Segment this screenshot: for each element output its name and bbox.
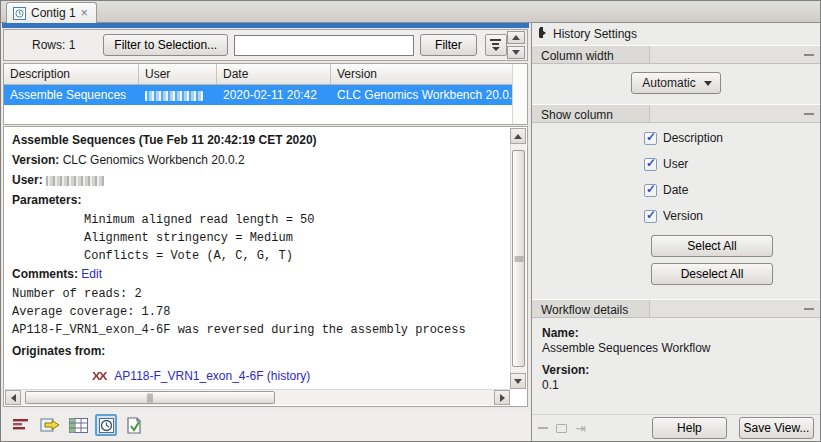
side-panel-title: History Settings <box>553 27 637 41</box>
show-column-body: Description User Date Version Select All… <box>532 123 820 299</box>
parameter-line: Conflicts = Vote (A, C, G, T) <box>84 249 502 264</box>
export-history-icon[interactable] <box>39 414 61 436</box>
parameters-label: Parameters: <box>12 193 502 208</box>
table-view-icon[interactable] <box>67 414 89 436</box>
help-button[interactable]: Help <box>652 417 727 439</box>
group-header-column-width[interactable]: Column width <box>532 45 820 64</box>
tab-strip: Contig 1 × <box>1 1 820 23</box>
minimize-icon[interactable] <box>798 300 820 317</box>
column-width-dropdown[interactable]: Automatic <box>631 72 720 94</box>
workflow-name-label: Name: <box>542 326 810 340</box>
horizontal-scrollbar[interactable] <box>5 389 510 405</box>
view-mode-toolbar <box>1 409 531 441</box>
chevron-down-icon <box>704 81 712 86</box>
history-view-icon[interactable] <box>95 414 117 436</box>
workflow-version-value: 0.1 <box>542 378 810 392</box>
close-icon[interactable]: × <box>81 8 88 18</box>
side-panel-bottom-bar: ⇥ Help Save View... <box>532 414 820 441</box>
horizontal-scrollbar-thumb[interactable] <box>25 391 275 404</box>
group-label: Show column <box>532 105 650 122</box>
checkbox-user[interactable] <box>644 158 657 171</box>
history-clock-icon <box>13 7 26 20</box>
parameter-line: Alignment stringency = Medium <box>84 231 502 246</box>
scroll-up-icon[interactable] <box>510 128 526 144</box>
history-detail-panel: Assemble Sequences (Tue Feb 11 20:42:19 … <box>3 126 528 407</box>
history-table: Description User Date Version Assemble S… <box>3 63 528 125</box>
checkbox-row-description[interactable]: Description <box>644 131 820 145</box>
checkbox-date[interactable] <box>644 184 657 197</box>
checkbox-label: Version <box>663 209 703 223</box>
filter-to-selection-button[interactable]: Filter to Selection... <box>103 34 228 56</box>
workflow-version-label: Version: <box>542 363 810 377</box>
user-value-redacted <box>46 176 104 186</box>
collapse-down-icon[interactable] <box>507 46 525 59</box>
checkbox-row-user[interactable]: User <box>644 157 820 171</box>
comments-line: Comments: Edit <box>12 267 502 282</box>
filter-button[interactable]: Filter <box>420 34 477 56</box>
history-detail-content: Assemble Sequences (Tue Feb 11 20:42:19 … <box>4 127 510 389</box>
group-header-workflow-details[interactable]: Workflow details <box>532 299 820 318</box>
edit-comments-link[interactable]: Edit <box>81 267 102 281</box>
app-window: Contig 1 × Rows: 1 Filter to Selection..… <box>0 0 821 442</box>
panel-collapse-control <box>507 31 525 59</box>
checkbox-version[interactable] <box>644 210 657 223</box>
workflow-details-body: Name: Assemble Sequences Workflow Versio… <box>532 318 820 408</box>
stat-line: Number of reads: 2 <box>12 287 502 302</box>
history-view-panel: Rows: 1 Filter to Selection... Filter De… <box>1 23 531 441</box>
tab-title: Contig 1 <box>31 6 76 20</box>
origin-history-link[interactable]: AP118-F_VRN1_exon_4-6F (history) <box>114 369 310 384</box>
stat-line: AP118-F_VRN1_exon_4-6F was reversed duri… <box>12 323 502 338</box>
tab-contig-1[interactable]: Contig 1 × <box>6 2 97 23</box>
dock-panel-icon[interactable]: ⇥ <box>575 421 586 436</box>
column-header-description[interactable]: Description <box>4 64 139 84</box>
collapse-groups-icon[interactable] <box>538 427 548 429</box>
filter-input[interactable] <box>234 35 414 56</box>
origin-item: XX AP118-F_VRN1_exon_4-6F (history) <box>92 369 502 384</box>
column-header-version[interactable]: Version <box>331 64 527 84</box>
minimize-icon[interactable] <box>798 46 820 63</box>
minimize-icon[interactable] <box>798 105 820 122</box>
checkbox-label: Date <box>663 183 688 197</box>
float-panel-icon[interactable] <box>556 424 567 433</box>
checkbox-row-version[interactable]: Version <box>644 209 820 223</box>
parameter-line: Minimum aligned read length = 50 <box>84 213 502 228</box>
comments-label: Comments: <box>12 267 78 281</box>
scroll-left-icon[interactable] <box>5 390 21 405</box>
version-value: CLC Genomics Workbench 20.0.2 <box>63 153 245 167</box>
rows-count-label: Rows: 1 <box>32 38 75 52</box>
checkbox-description[interactable] <box>644 132 657 145</box>
dropdown-value: Automatic <box>642 76 695 90</box>
filter-toolbar: Rows: 1 Filter to Selection... Filter <box>3 29 528 61</box>
save-view-button[interactable]: Save View... <box>739 417 814 439</box>
cell-date: 2020-02-11 20:42 <box>217 86 331 104</box>
scroll-down-icon[interactable] <box>510 373 526 389</box>
history-entry-title: Assemble Sequences (Tue Feb 11 20:42:19 … <box>12 133 502 148</box>
column-header-user[interactable]: User <box>139 64 217 84</box>
column-header-date[interactable]: Date <box>217 64 331 84</box>
user-line: User: <box>12 173 502 188</box>
checkbox-label: Description <box>663 131 723 145</box>
cell-description: Assemble Sequences <box>4 86 139 104</box>
graphical-history-icon[interactable] <box>11 414 33 436</box>
scroll-right-icon[interactable] <box>494 390 510 405</box>
panel-handle-icon[interactable] <box>540 27 546 41</box>
cell-version: CLC Genomics Workbench 20.0.2 <box>331 86 527 104</box>
checkbox-label: User <box>663 157 688 171</box>
element-info-icon[interactable] <box>123 414 145 436</box>
select-all-button[interactable]: Select All <box>651 235 773 257</box>
deselect-all-button[interactable]: Deselect All <box>651 263 773 285</box>
table-row[interactable]: Assemble Sequences 2020-02-11 20:42 CLC … <box>4 85 527 105</box>
group-header-show-column[interactable]: Show column <box>532 104 820 123</box>
vertical-scrollbar-thumb[interactable] <box>512 150 525 367</box>
checkbox-row-date[interactable]: Date <box>644 183 820 197</box>
user-label: User: <box>12 173 43 187</box>
collapse-up-icon[interactable] <box>507 31 525 44</box>
version-line: Version: CLC Genomics Workbench 20.0.2 <box>12 153 502 168</box>
sequence-icon: XX <box>92 370 108 383</box>
group-label: Workflow details <box>532 300 650 317</box>
filter-options-icon[interactable] <box>485 34 507 56</box>
column-width-body: Automatic <box>532 64 820 104</box>
vertical-scrollbar[interactable] <box>510 128 526 389</box>
stat-line: Average coverage: 1.78 <box>12 305 502 320</box>
version-label: Version: <box>12 153 59 167</box>
